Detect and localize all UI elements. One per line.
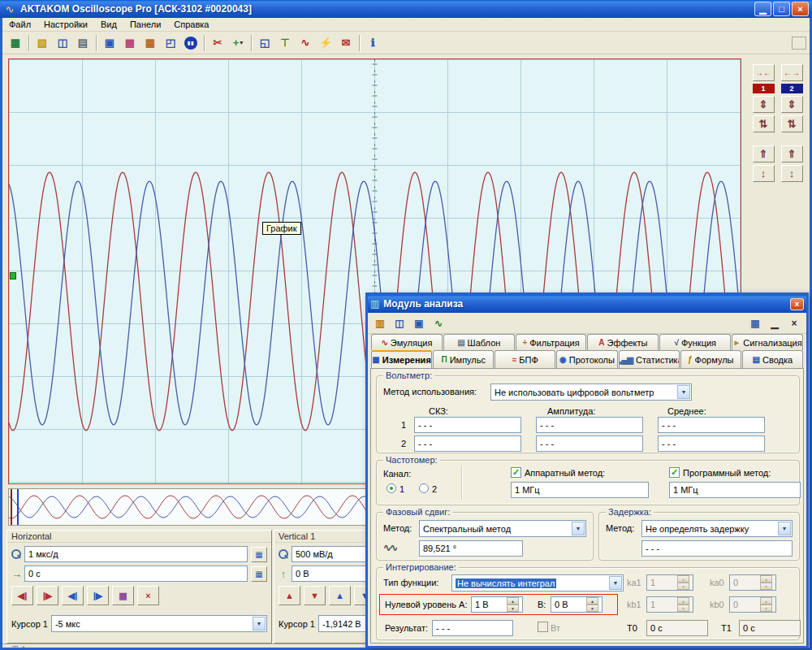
scale-expand-ch1-button[interactable]: ⇕ xyxy=(753,96,775,113)
timebase-field[interactable]: 1 мкс/д xyxy=(24,546,248,562)
hardware-method-checkbox[interactable]: ✓ xyxy=(511,467,521,478)
result-field[interactable]: - - - xyxy=(432,620,513,636)
new-display-button[interactable]: ◰ xyxy=(161,33,180,52)
dialog-titlebar[interactable]: ▥ Модуль анализа × xyxy=(368,295,806,313)
tab-measurements[interactable]: ▦Измерения xyxy=(371,350,432,368)
dropdown-arrow-icon[interactable]: ▼ xyxy=(677,385,690,399)
kb1-spinner[interactable]: 1 ▲▼ xyxy=(646,596,693,613)
ka0-spinner[interactable]: 0 ▲▼ xyxy=(729,574,776,591)
v-cursor-1-down-button[interactable]: ▼ xyxy=(304,586,326,605)
tab-statistics[interactable]: ▂▄▆Статистика xyxy=(619,350,680,368)
voltmeter-mean-field-2[interactable]: - - - xyxy=(658,436,765,452)
menu-help[interactable]: Справка xyxy=(167,19,215,30)
save-file-button[interactable]: ◫ xyxy=(53,33,72,52)
tab-summary[interactable]: ▤Сводка xyxy=(742,350,803,368)
tab-function[interactable]: √Функция xyxy=(659,334,731,350)
channel-2-badge[interactable]: 2 xyxy=(781,84,803,93)
minimize-button[interactable]: ▁ xyxy=(754,2,771,16)
voltmeter-mean-field-1[interactable]: - - - xyxy=(658,417,765,433)
shift-up-ch2-button[interactable]: ⇑ xyxy=(781,145,803,162)
measurements-window-button[interactable]: ◱ xyxy=(255,33,274,52)
channel-1-radio[interactable] xyxy=(387,483,396,493)
close-button[interactable]: × xyxy=(792,2,809,16)
voltmeter-rms-field-2[interactable]: - - - xyxy=(414,436,521,452)
voltmeter-method-combo[interactable]: Не использовать цифровой вольтметр ▼ xyxy=(490,384,692,401)
phase-method-combo[interactable]: Спектральный метод ▼ xyxy=(419,520,586,537)
phase-value-field[interactable]: 89,521 ° xyxy=(419,540,523,557)
screen-view-button[interactable]: ▣ xyxy=(410,314,428,332)
watts-checkbox[interactable] xyxy=(538,622,548,632)
scale-expand-ch2-button[interactable]: ⇕ xyxy=(781,96,803,113)
menu-view[interactable]: Вид xyxy=(94,19,123,30)
records-button[interactable]: ✉ xyxy=(336,33,356,52)
print-button[interactable]: ▤ xyxy=(73,33,93,52)
menu-panels[interactable]: Панели xyxy=(123,19,167,30)
integration-type-combo[interactable]: Не вычислять интеграл ▼ xyxy=(451,574,624,592)
measurement-setup-button[interactable]: ▥ xyxy=(371,314,389,332)
v-cursor-1-up-button[interactable]: ▲ xyxy=(279,586,300,605)
dropdown-arrow-icon[interactable]: ▼ xyxy=(572,522,585,535)
window-titlebar[interactable]: ∿ AKTAKOM Oscilloscope Pro [АСК-3102 #00… xyxy=(0,0,812,18)
tab-fft[interactable]: ≈БПФ xyxy=(495,350,555,368)
voltmeter-rms-field-1[interactable]: - - - xyxy=(414,417,521,433)
tab-protocols[interactable]: ◉Протоколы xyxy=(556,350,617,368)
acquisition-button[interactable]: ▦ xyxy=(6,33,25,52)
copy-screen-button[interactable]: ▣ xyxy=(100,33,119,52)
tab-emulation[interactable]: ∿Эмуляция xyxy=(371,334,443,350)
spin-buttons[interactable]: ▲▼ xyxy=(760,575,772,590)
delay-value-field[interactable]: - - - xyxy=(641,540,793,557)
spin-buttons[interactable]: ▲▼ xyxy=(507,597,519,612)
dialog-close-button[interactable]: × xyxy=(790,298,804,310)
spin-buttons[interactable]: ▲▼ xyxy=(677,575,689,590)
open-file-button[interactable]: ▧ xyxy=(32,33,52,52)
menu-file[interactable]: Файл xyxy=(2,19,37,30)
dropdown-arrow-icon[interactable]: ▼ xyxy=(609,576,622,590)
zero-level-a-spinner[interactable]: 1 В ▲▼ xyxy=(471,596,523,613)
h-cursors-reset-button[interactable]: × xyxy=(137,586,159,605)
dropdown-arrow-icon[interactable]: ▼ xyxy=(253,617,266,630)
marker-menu-button[interactable]: +▾ xyxy=(228,33,248,52)
tab-effects[interactable]: AЭффекты xyxy=(587,334,659,350)
tab-pulse[interactable]: ΠИмпульс xyxy=(433,350,494,368)
software-frequency-field[interactable]: 1 МГц xyxy=(669,482,801,498)
color-settings-button[interactable]: ▩ xyxy=(120,33,140,52)
spin-buttons[interactable]: ▲▼ xyxy=(760,597,772,612)
ka1-spinner[interactable]: 1 ▲▼ xyxy=(646,574,693,591)
h-cursor-2-left-button[interactable]: ◀| xyxy=(62,586,84,605)
signal-view-button[interactable]: ∿ xyxy=(430,314,447,332)
copy-results-button[interactable]: ◫ xyxy=(391,314,408,332)
dropdown-arrow-icon[interactable]: ▼ xyxy=(778,522,791,535)
tab-filtering[interactable]: +Фильтрация xyxy=(516,334,587,350)
kb0-spinner[interactable]: 0 ▲▼ xyxy=(729,596,776,613)
voltmeter-amplitude-field-2[interactable]: - - - xyxy=(536,436,643,452)
channel-1-badge[interactable]: 1 xyxy=(753,84,775,93)
shift-fine-ch1-button[interactable]: ↕ xyxy=(753,165,775,182)
compress-horizontal-button[interactable]: →← xyxy=(753,64,775,81)
timebase-adjust-button[interactable]: ▦ xyxy=(251,547,267,562)
h-cursor-1-right-button[interactable]: |▶ xyxy=(37,586,58,605)
software-method-checkbox[interactable]: ✓ xyxy=(669,467,680,478)
channel-2-radio[interactable] xyxy=(419,483,429,493)
zero-level-b-spinner[interactable]: 0 В ▲▼ xyxy=(551,596,603,613)
scale-compress-ch1-button[interactable]: ⇅ xyxy=(753,115,775,132)
toolbar-overflow-button[interactable] xyxy=(792,37,806,50)
close-panel-button[interactable]: × xyxy=(785,314,803,332)
v-cursor-2-up-button[interactable]: ▲ xyxy=(329,586,351,605)
scale-compress-ch2-button[interactable]: ⇅ xyxy=(781,115,803,132)
shift-fine-ch2-button[interactable]: ↕ xyxy=(781,165,803,182)
tab-formulas[interactable]: ƒФормулы xyxy=(680,350,741,368)
horizontal-offset-adjust-button[interactable]: ▦ xyxy=(251,566,267,582)
chart-window-button[interactable]: ▦ xyxy=(746,314,764,332)
tab-alarm[interactable]: ►Сигнализация xyxy=(732,334,803,350)
analysis-module-button[interactable]: ∿ xyxy=(296,33,315,52)
maximize-button[interactable]: □ xyxy=(773,2,790,16)
overview-position-cursor[interactable] xyxy=(17,489,19,525)
horizontal-offset-field[interactable]: 0 с xyxy=(24,566,248,582)
shift-up-ch1-button[interactable]: ⇑ xyxy=(753,145,775,162)
h-cursor-grid-button[interactable]: ▦ xyxy=(112,586,134,605)
grid-settings-button[interactable]: ▦ xyxy=(140,33,160,52)
cut-fragment-button[interactable]: ✂ xyxy=(208,33,227,52)
spin-buttons[interactable]: ▲▼ xyxy=(677,597,689,612)
pause-button[interactable]: ▮▮ xyxy=(181,33,201,52)
about-button[interactable]: ℹ xyxy=(363,33,382,52)
